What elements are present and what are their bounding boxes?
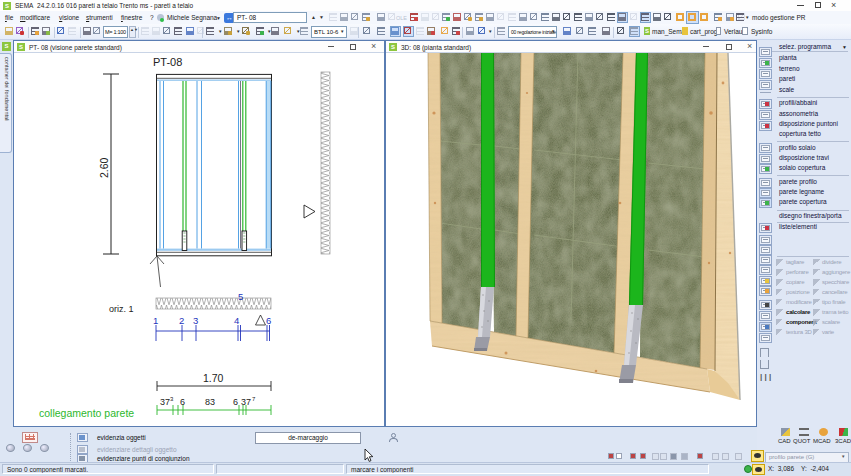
svg-text:PT-08: PT-08 xyxy=(153,56,182,68)
svg-text:6: 6 xyxy=(266,315,271,326)
svg-text:2.60: 2.60 xyxy=(98,157,110,178)
svg-text:37: 37 xyxy=(160,397,170,407)
svg-text:3: 3 xyxy=(170,396,174,402)
svg-text:6: 6 xyxy=(180,397,185,407)
svg-text:collegamento parete: collegamento parete xyxy=(39,407,134,419)
svg-text:6: 6 xyxy=(233,397,238,407)
svg-text:5: 5 xyxy=(238,291,243,302)
svg-text:1: 1 xyxy=(153,315,158,326)
svg-text:oriz. 1: oriz. 1 xyxy=(109,304,134,314)
svg-text:7: 7 xyxy=(252,396,256,402)
svg-text:1.70: 1.70 xyxy=(203,372,224,384)
svg-text:4: 4 xyxy=(234,315,239,326)
svg-text:83: 83 xyxy=(205,397,215,407)
svg-text:3: 3 xyxy=(193,315,198,326)
svg-text:2: 2 xyxy=(179,315,184,326)
